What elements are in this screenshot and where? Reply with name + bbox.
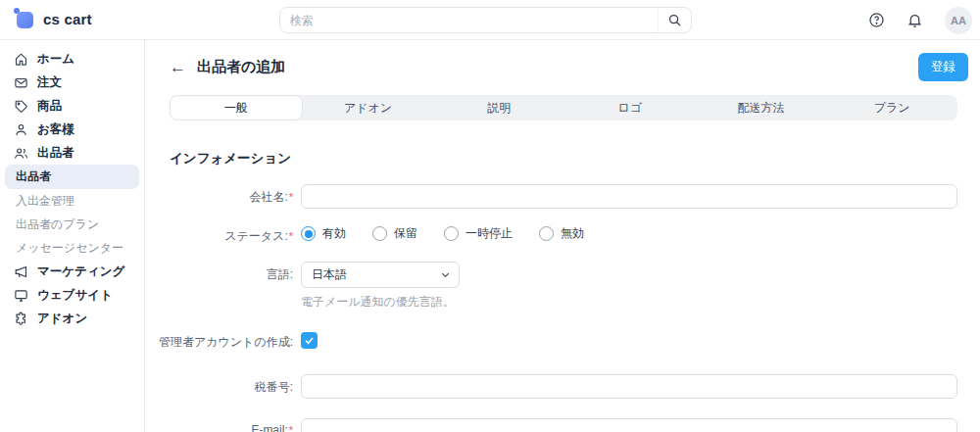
user-avatar[interactable]: AA <box>945 7 972 34</box>
sidebar-item-vendors[interactable]: 出品者 <box>0 141 144 165</box>
vendor-form: インフォメーション 会社名:* ステータス:* 有効 <box>146 150 980 432</box>
global-search <box>279 7 692 33</box>
sidebar-subitem-vendor-plans[interactable]: 出品者のプラン <box>0 213 144 236</box>
tab-general[interactable]: 一般 <box>170 95 303 120</box>
email-field[interactable] <box>301 418 957 432</box>
check-icon <box>304 335 315 346</box>
language-hint: 電子メール通知の優先言語。 <box>301 294 980 311</box>
sidebar: ホーム 注文 商品 お客様 <box>0 40 145 432</box>
sidebar-subitem-label: 出品者のプラン <box>16 216 99 233</box>
tab-logo[interactable]: ロゴ <box>564 95 696 120</box>
sidebar-item-website[interactable]: ウェブサイト <box>0 283 144 307</box>
puzzle-icon <box>14 312 28 326</box>
tab-bar: 一般 アドオン 説明 ロゴ 配送方法 プラン <box>170 95 957 120</box>
sidebar-subitem-label: 出品者 <box>16 168 51 185</box>
form-row-admin-account: 管理者アカウントの作成: <box>170 329 980 351</box>
admin-account-checkbox[interactable] <box>301 332 318 349</box>
search-icon[interactable] <box>658 8 691 32</box>
radio-icon <box>372 226 387 241</box>
radio-icon <box>539 226 554 241</box>
sidebar-item-label: 注文 <box>37 74 62 91</box>
admin-account-label: 管理者アカウントの作成: <box>170 329 293 351</box>
sidebar-subitem-vendors[interactable]: 出品者 <box>5 165 139 189</box>
form-row-tax: 税番号: <box>170 374 980 399</box>
tax-number-label: 税番号: <box>170 374 293 396</box>
orders-icon <box>14 75 28 90</box>
tab-addons[interactable]: アドオン <box>303 95 434 120</box>
tab-plan[interactable]: プラン <box>826 95 957 120</box>
sidebar-item-marketing[interactable]: マーケティング <box>0 260 144 283</box>
status-label: ステータス:* <box>170 225 293 245</box>
sidebar-subitem-accounting[interactable]: 入出金管理 <box>0 189 144 213</box>
status-radio-active[interactable]: 有効 <box>301 225 346 242</box>
form-row-email: E-mail:* <box>170 418 980 432</box>
sidebar-subitem-label: 入出金管理 <box>16 193 74 210</box>
language-label: 言語: <box>170 262 293 283</box>
tab-shipping-methods[interactable]: 配送方法 <box>696 95 827 120</box>
register-button[interactable]: 登録 <box>918 53 968 81</box>
company-name-label: 会社名:* <box>170 184 293 206</box>
section-title-information: インフォメーション <box>170 150 980 168</box>
radio-checked-icon <box>301 226 316 241</box>
status-radio-suspended[interactable]: 一時停止 <box>444 225 513 242</box>
email-label: E-mail:* <box>170 418 293 432</box>
megaphone-icon <box>14 264 28 279</box>
sidebar-item-products[interactable]: 商品 <box>0 94 144 118</box>
required-mark: * <box>289 424 293 432</box>
tab-description[interactable]: 説明 <box>433 95 564 120</box>
language-select[interactable]: 日本語 <box>301 262 460 288</box>
sidebar-item-label: 出品者 <box>37 145 74 162</box>
people-icon <box>14 146 28 161</box>
notifications-bell-icon[interactable] <box>906 12 923 28</box>
sidebar-item-label: マーケティング <box>37 264 124 280</box>
company-name-field[interactable] <box>301 184 957 209</box>
sidebar-item-orders[interactable]: 注文 <box>0 71 144 94</box>
page-title: 出品者の追加 <box>197 58 918 76</box>
cscart-logo-icon <box>14 8 35 29</box>
sidebar-subitem-label: メッセージセンター <box>16 240 123 257</box>
form-row-language: 言語: 日本語 電子メール通知の優先言語。 <box>170 262 980 311</box>
sidebar-item-label: お客様 <box>37 121 74 138</box>
search-input[interactable] <box>280 14 658 27</box>
sidebar-item-addons[interactable]: アドオン <box>0 307 144 330</box>
chevron-down-icon <box>440 269 451 280</box>
required-mark: * <box>289 191 293 203</box>
help-icon[interactable] <box>868 12 885 28</box>
brand-logo[interactable]: cs cart <box>14 8 92 29</box>
back-arrow-icon[interactable]: ← <box>170 59 186 75</box>
form-row-company: 会社名:* <box>170 184 980 209</box>
home-icon <box>14 52 28 67</box>
required-mark: * <box>289 230 293 242</box>
brand-name: cs cart <box>43 11 92 27</box>
sidebar-item-customers[interactable]: お客様 <box>0 118 144 141</box>
top-bar: cs cart AA <box>0 0 980 40</box>
person-icon <box>14 122 28 137</box>
status-radio-disabled[interactable]: 無効 <box>539 225 584 242</box>
form-row-status: ステータス:* 有効 保留 一時停止 <box>170 225 980 245</box>
sidebar-item-label: ウェブサイト <box>37 287 113 304</box>
sidebar-item-label: ホーム <box>37 51 74 68</box>
tax-number-field[interactable] <box>301 374 957 399</box>
radio-icon <box>444 226 459 241</box>
monitor-icon <box>14 288 28 303</box>
sidebar-item-home[interactable]: ホーム <box>0 47 144 71</box>
tag-icon <box>14 99 28 114</box>
sidebar-item-label: 商品 <box>37 98 62 115</box>
sidebar-subitem-message-center[interactable]: メッセージセンター <box>0 236 144 260</box>
main-content: ← 出品者の追加 登録 一般 アドオン 説明 ロゴ 配送方法 プラン インフォメ… <box>146 40 980 432</box>
status-radio-pending[interactable]: 保留 <box>372 225 417 242</box>
sidebar-item-label: アドオン <box>37 311 87 327</box>
page-header: ← 出品者の追加 登録 <box>146 40 980 85</box>
